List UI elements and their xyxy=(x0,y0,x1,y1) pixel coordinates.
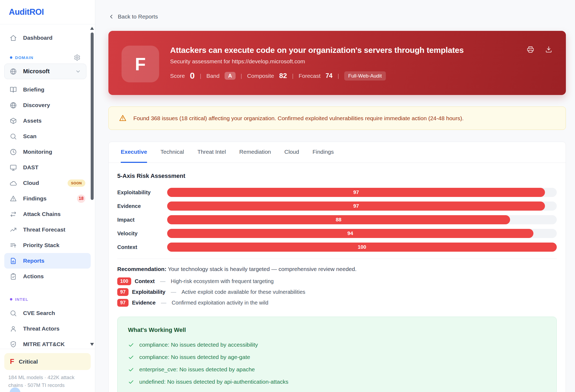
sidebar-item-dast[interactable]: DAST xyxy=(4,160,91,175)
sidebar-item-label: Findings xyxy=(23,195,47,202)
sidebar-item-threat-forecast[interactable]: Threat Forecast xyxy=(4,222,91,237)
driver-description: Confirmed exploitation activity in the w… xyxy=(172,300,268,306)
domain-selector-value: Microsoft xyxy=(23,68,50,75)
composite-value: 82 xyxy=(279,72,287,80)
risk-bar-track: 94 xyxy=(167,229,557,238)
sidebar-item-label: CVE Search xyxy=(23,310,55,316)
driver-dash: — xyxy=(161,300,166,306)
sidebar-item-dashboard[interactable]: Dashboard xyxy=(4,30,91,46)
forecast-label: Forecast xyxy=(299,73,321,79)
banner-actions xyxy=(527,46,552,53)
working-well-panel: What's Working Well compliance: No issue… xyxy=(117,317,557,392)
tab-technical[interactable]: Technical xyxy=(160,142,184,163)
driver-row: 100Context—High-risk ecosystem with freq… xyxy=(117,277,557,285)
sidebar-item-scan[interactable]: Scan xyxy=(4,129,91,144)
scrollbar-up-arrow[interactable] xyxy=(90,27,94,30)
tab-remediation[interactable]: Remediation xyxy=(239,142,271,163)
back-link-label: Back to Reports xyxy=(118,13,158,20)
cloud-icon xyxy=(10,179,17,187)
check-icon xyxy=(128,354,134,360)
working-well-item: undefined: No issues detected by api-aut… xyxy=(128,379,546,385)
stat-separator: | xyxy=(338,73,339,79)
driver-score-chip: 100 xyxy=(117,277,131,285)
sidebar-item-monitoring[interactable]: Monitoring xyxy=(4,144,91,160)
driver-dash: — xyxy=(171,289,176,295)
alert-triangle-icon xyxy=(119,114,127,122)
sidebar-item-assets[interactable]: Assets xyxy=(4,113,91,129)
domain-section-header: DOMAIN xyxy=(10,55,80,60)
risk-axis-label: Impact xyxy=(117,217,167,223)
risk-bar-row: Velocity94 xyxy=(117,229,557,238)
working-well-item: undefined: No issues detected by api-c2-… xyxy=(128,391,546,392)
score-value: 0 xyxy=(190,71,195,81)
issues-alert: Found 368 issues (18 critical) affecting… xyxy=(108,107,566,130)
intel-dot-icon xyxy=(10,298,12,301)
band-label: Band xyxy=(206,73,219,79)
risk-drivers: 100Context—High-risk ecosystem with freq… xyxy=(117,277,557,307)
risk-bars: Exploitability97Evidence97Impact88Veloci… xyxy=(117,188,557,252)
sidebar-item-briefing[interactable]: Briefing xyxy=(4,82,91,97)
domain-dot-icon xyxy=(10,56,12,59)
sidebar-item-label: Scan xyxy=(23,133,36,140)
working-well-text: compliance: No issues detected by access… xyxy=(139,342,258,348)
report-file-icon xyxy=(10,257,17,265)
risk-bar-fill: 97 xyxy=(167,202,545,211)
tab-cloud[interactable]: Cloud xyxy=(284,142,299,163)
driver-name: Exploitability xyxy=(132,289,165,295)
app-logo: AuditROI xyxy=(9,7,44,17)
sidebar-item-cloud[interactable]: CloudSOON xyxy=(4,175,91,191)
sidebar-item-label: Briefing xyxy=(23,86,44,93)
sidebar-item-cve-search[interactable]: CVE Search xyxy=(4,305,91,321)
home-icon xyxy=(10,34,17,42)
sidebar-item-actions[interactable]: Actions xyxy=(4,269,91,284)
sidebar-item-threat-actors[interactable]: Threat Actors xyxy=(4,321,91,336)
risk-bar-row: Impact88 xyxy=(117,215,557,224)
working-well-item: compliance: No issues detected by age-ga… xyxy=(128,354,546,360)
sidebar-item-mitre-att-ck[interactable]: MITRE ATT&CK xyxy=(4,336,91,349)
risk-bar-fill: 97 xyxy=(167,188,545,197)
monitor-icon xyxy=(10,164,17,171)
stat-separator: | xyxy=(200,73,201,79)
composite-label: Composite xyxy=(247,73,274,79)
audit-type-badge: Full-Web-Audit xyxy=(344,71,386,80)
sidebar-item-attack-chains[interactable]: Attack Chains xyxy=(4,206,91,222)
report-banner: F Attackers can execute code on your org… xyxy=(108,31,566,95)
shield-check-icon xyxy=(10,341,17,348)
driver-name: Context xyxy=(135,278,155,284)
sidebar-item-discovery[interactable]: Discovery xyxy=(4,97,91,113)
sidebar-footer-note: 184 ML models · 422K attack chains · 507… xyxy=(8,373,87,389)
report-subtitle: Security assessment for https://develop.… xyxy=(170,58,464,65)
working-well-text: undefined: No issues detected by api-c2-… xyxy=(139,391,264,392)
sidebar-item-findings[interactable]: Findings18 xyxy=(4,191,91,206)
printer-icon[interactable] xyxy=(527,46,534,53)
globe-icon xyxy=(10,68,17,75)
check-icon xyxy=(128,342,134,348)
sidebar-item-label: Assets xyxy=(23,118,42,124)
driver-score-chip: 97 xyxy=(117,299,129,307)
search-icon xyxy=(10,310,17,317)
back-to-reports-link[interactable]: Back to Reports xyxy=(108,0,158,20)
working-well-title: What's Working Well xyxy=(128,327,546,334)
scrollbar-down-arrow[interactable] xyxy=(90,343,94,346)
risk-axis-label: Velocity xyxy=(117,230,167,237)
domain-selector[interactable]: Microsoft xyxy=(4,64,86,79)
arrows-left-right-icon xyxy=(10,211,17,218)
trending-up-icon xyxy=(10,226,17,233)
risk-bar-track: 88 xyxy=(167,215,557,224)
intel-section-label: INTEL xyxy=(15,297,28,302)
sidebar-item-reports[interactable]: Reports xyxy=(4,253,91,269)
download-icon[interactable] xyxy=(545,46,552,53)
working-well-text: enterprise_cve: No issues detected by ap… xyxy=(139,366,255,373)
sidebar-item-priority-stack[interactable]: Priority Stack xyxy=(4,237,91,253)
check-icon xyxy=(128,391,134,392)
sidebar-item-label: DAST xyxy=(23,164,38,171)
tab-executive[interactable]: Executive xyxy=(121,142,147,163)
user-icon xyxy=(10,325,17,332)
sidebar-item-label: Monitoring xyxy=(23,149,52,155)
tab-threat-intel[interactable]: Threat Intel xyxy=(197,142,226,163)
gear-icon[interactable] xyxy=(74,54,80,61)
scrollbar-thumb[interactable] xyxy=(91,32,94,200)
sidebar-item-label: Actions xyxy=(23,273,44,280)
working-well-item: compliance: No issues detected by access… xyxy=(128,342,546,348)
tab-findings[interactable]: Findings xyxy=(313,142,334,163)
